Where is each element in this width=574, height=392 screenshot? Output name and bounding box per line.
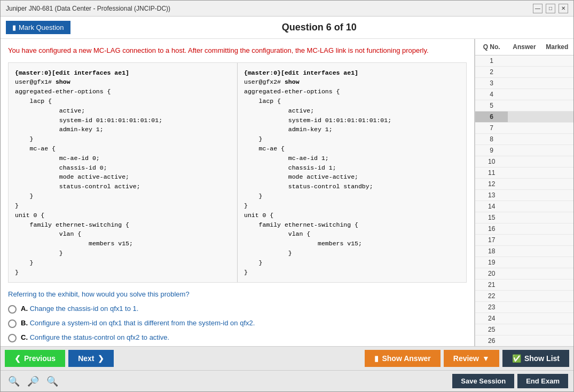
sidebar-cell-answer — [508, 291, 540, 301]
sidebar-row[interactable]: 7 — [475, 123, 573, 134]
sidebar-cell-qno: 5 — [475, 100, 508, 111]
next-button[interactable]: Next ❯ — [68, 350, 113, 367]
sidebar-cell-answer — [508, 257, 540, 268]
question-text: You have configured a new MC-LAG connect… — [8, 45, 467, 56]
col-answer: Answer — [508, 42, 540, 52]
mark-question-label: Mark Question — [19, 23, 64, 31]
sidebar-cell-answer — [508, 89, 540, 100]
show-answer-button[interactable]: ▮ Show Answer — [365, 350, 440, 367]
sidebar-row[interactable]: 20 — [475, 268, 573, 279]
sidebar-cell-marked — [541, 111, 573, 122]
sidebar-cell-answer — [508, 302, 540, 313]
sidebar-row[interactable]: 14 — [475, 201, 573, 212]
sidebar-row[interactable]: 18 — [475, 246, 573, 257]
sidebar-cell-answer — [508, 145, 540, 156]
code-right-user: user@gfx2# show — [244, 78, 300, 85]
sidebar-cell-marked — [541, 179, 573, 189]
end-exam-button[interactable]: End Exam — [517, 374, 568, 388]
minimize-button[interactable]: — — [533, 4, 542, 13]
sidebar-cell-qno: 23 — [475, 302, 508, 313]
sidebar-row[interactable]: 11 — [475, 167, 573, 179]
sidebar-cell-answer — [508, 179, 540, 189]
sidebar-cell-qno: 15 — [475, 212, 508, 223]
zoom-in-button[interactable]: 🔍 — [44, 374, 60, 388]
sidebar-cell-answer — [508, 212, 540, 223]
sidebar-cell-qno: 6 — [475, 111, 508, 122]
sidebar-cell-answer — [508, 313, 540, 324]
option-c-text: C. Configure the status-control on qfx2 … — [21, 333, 169, 341]
sidebar-cell-qno: 22 — [475, 291, 508, 301]
sidebar-row[interactable]: 4 — [475, 89, 573, 100]
show-list-button[interactable]: ✅ Show List — [502, 350, 569, 367]
check-icon: ✅ — [512, 354, 521, 363]
close-button[interactable]: ✕ — [559, 4, 568, 13]
sidebar-row[interactable]: 25 — [475, 324, 573, 335]
sidebar-cell-answer — [508, 279, 540, 290]
code-block-left: {master:0}[edit interfaces ae1] user@gfx… — [9, 63, 238, 283]
sidebar-cell-qno: 13 — [475, 190, 508, 201]
sidebar-row[interactable]: 5 — [475, 100, 573, 111]
sidebar-cell-answer — [508, 201, 540, 212]
code-right-title: {master:0}[edit interfaces ae1] — [244, 69, 358, 76]
window-title: Juniper JN0-681 (Data Center - Professio… — [6, 5, 170, 12]
sidebar-cell-marked — [541, 89, 573, 100]
sidebar-row[interactable]: 16 — [475, 223, 573, 235]
sidebar-cell-qno: 1 — [475, 55, 508, 66]
sidebar-row[interactable]: 3 — [475, 78, 573, 89]
sidebar-cell-answer — [508, 123, 540, 133]
previous-button[interactable]: ❮ Previous — [5, 350, 65, 367]
sidebar-cell-qno: 25 — [475, 324, 508, 335]
sidebar-row[interactable]: 15 — [475, 212, 573, 223]
question-text-highlighted: MC-LAG link is not functioning properly. — [307, 46, 429, 54]
sidebar-row[interactable]: 6 — [475, 111, 573, 123]
sidebar-cell-marked — [541, 291, 573, 301]
sidebar-cell-qno: 3 — [475, 78, 508, 89]
zoom-out-button[interactable]: 🔍 — [6, 374, 22, 388]
option-b: B. Configure a system-id on qfx1 that is… — [8, 319, 467, 328]
review-dropdown-icon: ▼ — [482, 354, 490, 363]
sidebar-cell-marked — [541, 78, 573, 89]
sidebar-row[interactable]: 10 — [475, 156, 573, 167]
zoom-fit-button[interactable]: 🔎 — [25, 374, 41, 388]
sidebar-row[interactable]: 2 — [475, 67, 573, 78]
maximize-button[interactable]: □ — [546, 4, 555, 13]
sidebar-row[interactable]: 23 — [475, 302, 573, 313]
stop-icon: ▮ — [374, 354, 379, 363]
sidebar-cell-qno: 20 — [475, 268, 508, 279]
save-session-button[interactable]: Save Session — [452, 374, 514, 388]
sidebar-list[interactable]: 1234567891011121314151617181920212223242… — [475, 55, 573, 346]
sidebar-cell-marked — [541, 167, 573, 178]
sidebar-cell-marked — [541, 67, 573, 77]
sidebar-cell-qno: 21 — [475, 279, 508, 290]
radio-a[interactable] — [8, 305, 17, 314]
col-qno: Q No. — [475, 42, 508, 52]
radio-c[interactable] — [8, 334, 17, 342]
sidebar-cell-answer — [508, 67, 540, 77]
zoom-bar: 🔍 🔎 🔍 Save Session End Exam — [1, 370, 573, 391]
bookmark-icon: ▮ — [12, 23, 16, 31]
sidebar-row[interactable]: 26 — [475, 335, 573, 346]
sidebar-cell-answer — [508, 100, 540, 111]
show-answer-label: Show Answer — [382, 354, 430, 363]
sidebar-row[interactable]: 19 — [475, 257, 573, 268]
sidebar-cell-answer — [508, 55, 540, 66]
sidebar-row[interactable]: 12 — [475, 179, 573, 190]
sidebar-row[interactable]: 22 — [475, 291, 573, 302]
sidebar-row[interactable]: 1 — [475, 55, 573, 67]
sidebar-row[interactable]: 8 — [475, 134, 573, 145]
sidebar-cell-marked — [541, 324, 573, 335]
radio-b[interactable] — [8, 319, 17, 328]
sidebar-cell-qno: 2 — [475, 67, 508, 77]
mark-question-button[interactable]: ▮ Mark Question — [6, 21, 70, 34]
sidebar-row[interactable]: 13 — [475, 190, 573, 201]
sidebar-row[interactable]: 9 — [475, 145, 573, 156]
review-button[interactable]: Review ▼ — [444, 350, 499, 367]
sidebar-row[interactable]: 24 — [475, 313, 573, 324]
sidebar-row[interactable]: 21 — [475, 279, 573, 291]
sidebar-cell-marked — [541, 190, 573, 201]
chevron-right-icon: ❯ — [98, 354, 104, 363]
sidebar-cell-marked — [541, 268, 573, 279]
sidebar-cell-marked — [541, 302, 573, 313]
toolbar: ▮ Mark Question Question 6 of 10 — [1, 17, 573, 39]
sidebar-row[interactable]: 17 — [475, 235, 573, 246]
